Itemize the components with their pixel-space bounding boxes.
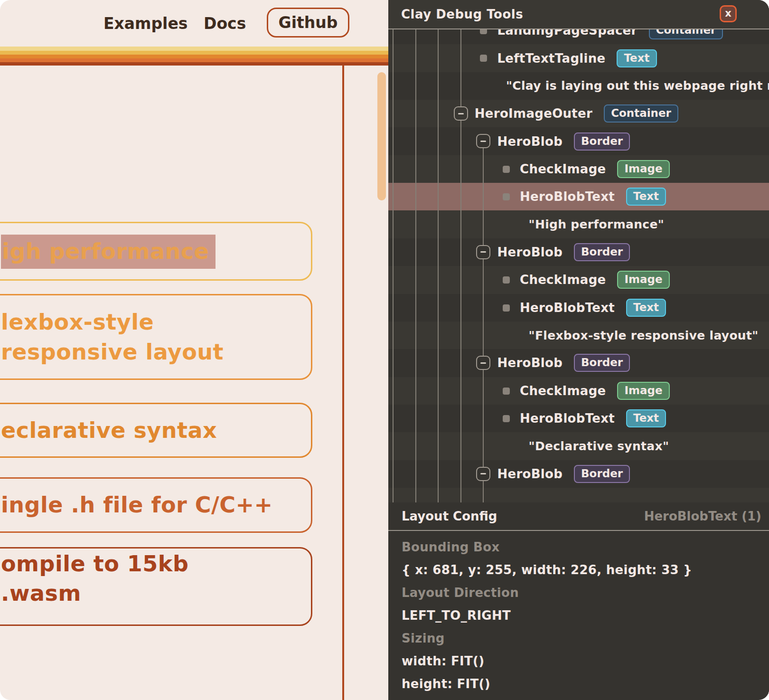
config-value: width: FIT() [402,650,769,672]
tree-row-content: HeroImageOuterContainer [475,100,678,127]
leaf-bullet-icon [503,193,510,200]
tree-row-element[interactable]: CheckImageImage [388,377,769,405]
tree-row-element[interactable]: HeroImageOuterContainer [388,100,769,127]
element-type-tag-border: Border [574,243,630,261]
feature-box-text: lexbox-style responsive layout [1,307,276,366]
config-value: height: FIT() [402,672,769,695]
tree-row-element[interactable]: HeroBlobBorder [388,238,769,266]
tree-row-content: HeroBlobTextText [520,405,666,432]
collapse-button[interactable] [476,467,490,481]
feature-box: ingle .h file for C/C++ [0,477,312,533]
collapse-button[interactable] [476,134,490,148]
tree-guide-line [438,29,439,502]
stripe-band [0,55,388,58]
tree-row-content: CheckImageImage [520,266,670,293]
element-type-tag-image: Image [617,271,669,289]
leaf-bullet-icon [480,29,487,34]
feature-box: lexbox-style responsive layout [0,294,312,380]
stripe-band [0,58,388,62]
element-type-tag-border: Border [574,354,630,372]
config-value: { x: 681, y: 255, width: 226, height: 33… [402,558,769,581]
tree-row-content: HeroBlobBorder [497,460,630,488]
tree-row-element[interactable]: HeroBlobBorder [388,460,769,488]
collapse-button[interactable] [454,106,468,121]
page-scrollbar-thumb[interactable] [377,72,386,200]
config-value: LEFT_TO_RIGHT [402,604,769,627]
text-content-preview: "Clay is laying out this webpage right n… [506,72,769,100]
tree-row-content: HeroBlobBorder [497,349,630,377]
selected-text-highlight: igh performance [1,235,216,269]
tree-guide-line [483,147,484,502]
leaf-bullet-icon [503,415,510,422]
clay-debug-panel: Clay Debug Tools x LandingPageSpacerCont… [388,0,769,700]
minus-icon [480,473,486,474]
stripe-band [0,62,388,66]
tree-row-content: HeroBlobBorder [497,127,630,155]
text-content-preview: "Flexbox-style responsive layout" [529,322,759,349]
github-button[interactable]: Github [267,8,349,38]
minus-icon [458,113,464,114]
collapse-button[interactable] [476,356,490,370]
feature-box: eclarative syntax [0,403,312,458]
element-type-tag-text: Text [626,409,666,427]
tree-row-content: CheckImageImage [520,377,670,405]
tree-row-element[interactable]: LeftTextTaglineText [388,44,769,72]
element-name-label: HeroBlobText [520,411,615,426]
element-name-label: HeroBlob [497,356,563,370]
layout-config-header: Layout Config HeroBlobText (1) [388,502,769,531]
minus-icon [480,141,486,142]
debug-panel-title: Clay Debug Tools [401,0,523,28]
feature-box-text: ompile to 15kb .wasm [1,549,276,608]
element-name-label: HeroImageOuter [475,106,592,121]
tree-row-content: HeroBlobTextText [520,294,666,322]
element-type-tag-text: Text [626,188,666,206]
element-type-tag-image: Image [617,160,669,178]
element-name-label: CheckImage [520,384,606,398]
close-button[interactable]: x [720,5,737,22]
text-content-preview: "Declarative syntax" [529,432,669,460]
tree-row-content: LandingPageSpacerContainer [497,29,723,44]
element-name-label: LeftTextTagline [497,51,605,66]
tree-row-quote: "Declarative syntax" [388,432,769,460]
tree-row-element[interactable]: LandingPageSpacerContainer [388,29,769,44]
minus-icon [480,251,486,253]
element-type-tag-border: Border [574,465,630,483]
config-section-label: Sizing [402,627,769,650]
element-tree: LandingPageSpacerContainerLeftTextTaglin… [388,29,769,502]
element-type-tag-border: Border [574,132,630,151]
feature-box-text: ingle .h file for C/C++ [1,490,276,520]
element-name-label: HeroBlob [497,467,563,481]
nav-link-docs[interactable]: Docs [204,0,246,47]
tree-row-content: HeroBlobBorder [497,238,630,266]
leaf-bullet-icon [503,166,510,173]
collapse-button[interactable] [476,245,490,259]
leaf-bullet-icon [503,388,510,395]
top-nav: Examples Docs Github [0,0,388,47]
feature-box: igh performance [0,222,312,281]
tree-row-element[interactable]: HeroBlobTextText [388,405,769,432]
config-section-label: Bounding Box [402,536,769,558]
feature-box-text: igh performance [1,236,276,266]
stripe-band [0,47,388,51]
tree-guide-line [460,29,461,502]
tree-row-quote: "High performance" [388,210,769,238]
element-name-label: HeroBlob [497,245,563,259]
feature-box-text: eclarative syntax [1,416,276,445]
layout-config-body: Bounding Box{ x: 681, y: 255, width: 226… [388,531,769,694]
tree-row-element[interactable]: HeroBlobTextText [388,183,769,210]
element-type-tag-text: Text [626,299,666,317]
tree-row-element[interactable]: HeroBlobBorder [388,127,769,155]
feature-box: ompile to 15kb .wasm [0,547,312,626]
nav-link-examples[interactable]: Examples [103,0,188,47]
tree-row-element[interactable]: HeroBlobBorder [388,349,769,377]
tree-row-element[interactable]: HeroBlobTextText [388,294,769,322]
tree-row-content: CheckImageImage [520,155,670,183]
gradient-stripe [0,47,388,66]
tree-guide-line [415,29,416,502]
tree-row-element[interactable]: CheckImageImage [388,155,769,183]
screenshot-root: Examples Docs Github igh performancelexb… [0,0,769,700]
text-content-preview: "High performance" [529,210,664,238]
tree-row-element[interactable]: CheckImageImage [388,266,769,293]
element-type-tag-image: Image [617,382,669,400]
debug-panel-header: Clay Debug Tools x [388,0,769,29]
